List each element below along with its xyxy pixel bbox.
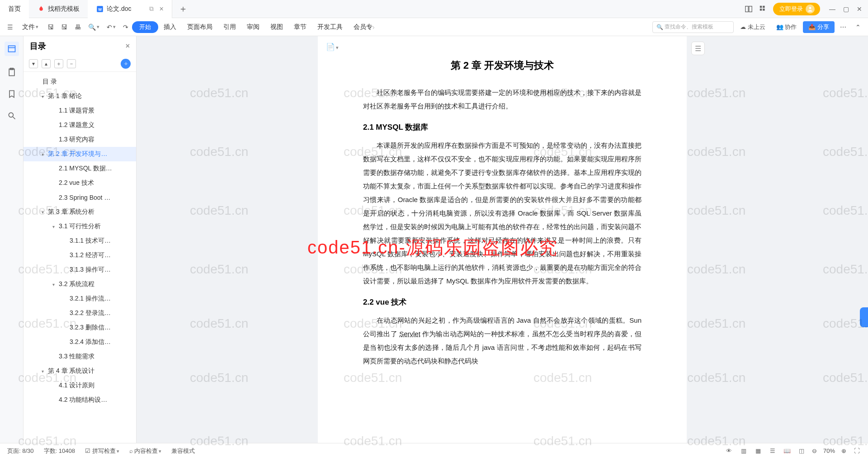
- split-icon[interactable]: ◫: [797, 447, 806, 455]
- login-label: 立即登录: [779, 5, 803, 13]
- outline-item[interactable]: 3.1.1 技术可…: [24, 234, 136, 248]
- close-tab-icon[interactable]: ×: [159, 5, 163, 13]
- outline-item[interactable]: ▾第 4 章 系统设计: [24, 364, 136, 378]
- outline-item[interactable]: 3.1.3 操作可…: [24, 263, 136, 277]
- collapse-all-icon[interactable]: ▾: [29, 59, 38, 68]
- collab-button[interactable]: 👥 协作: [772, 23, 802, 31]
- side-rail: [0, 36, 24, 443]
- outline-item[interactable]: ▾3.1 可行性分析: [24, 219, 136, 234]
- ai-icon[interactable]: ✧: [121, 59, 131, 69]
- search-rail-icon[interactable]: [6, 110, 17, 121]
- side-flag[interactable]: [860, 307, 868, 327]
- web-view-icon[interactable]: ▦: [754, 447, 762, 455]
- outline-item[interactable]: ▾第 2 章 开发环境与…: [24, 147, 136, 161]
- remove-heading-icon[interactable]: －: [67, 59, 76, 68]
- outline-rail-icon[interactable]: [5, 42, 19, 56]
- tab-chapter[interactable]: 章节: [288, 18, 312, 36]
- compat-mode[interactable]: 兼容模式: [171, 447, 195, 455]
- outline-item[interactable]: 3.2.4 添加信…: [24, 335, 136, 349]
- fullscreen-icon[interactable]: ⛶: [853, 447, 861, 455]
- outline-item[interactable]: ▾第 1 章 绪论: [24, 89, 136, 103]
- share-button[interactable]: 📤 分享: [803, 21, 835, 33]
- zoom-out-icon[interactable]: ⊖: [812, 447, 817, 454]
- tab-member[interactable]: 会员专›: [348, 18, 380, 36]
- save-as-icon[interactable]: 🖫: [57, 18, 71, 36]
- close-outline-icon[interactable]: ×: [126, 42, 130, 50]
- preview-icon[interactable]: 🔍▾: [85, 18, 103, 36]
- spell-check[interactable]: ☑ 拼写检查▾: [85, 447, 119, 455]
- content-check[interactable]: ⌕ 内容检查▾: [129, 447, 162, 455]
- people-icon: 👥: [776, 24, 783, 30]
- cloud-status[interactable]: ☁ 未上云: [736, 23, 770, 31]
- tab-home-label: 首页: [8, 5, 21, 13]
- close-window-button[interactable]: ✕: [854, 3, 865, 15]
- clipboard-rail-icon[interactable]: [6, 67, 17, 78]
- title-bar: 首页 找稻壳模板 W 论文.doc ⧉ × ＋ 立即登录 — ▢ ✕: [0, 0, 868, 18]
- bookmark-rail-icon[interactable]: [6, 89, 17, 99]
- outline-item[interactable]: 2.2 vue 技术: [24, 176, 136, 190]
- tab-templates[interactable]: 找稻壳模板: [29, 0, 88, 18]
- outline-item[interactable]: 3.1.2 经济可…: [24, 248, 136, 263]
- page-indicator[interactable]: 页面: 8/30: [7, 447, 34, 455]
- tab-page-layout[interactable]: 页面布局: [182, 18, 218, 36]
- outline-item[interactable]: 3.2.3 删除信…: [24, 320, 136, 335]
- outline-item[interactable]: 1.1 课题背景: [24, 103, 136, 118]
- status-bar: 页面: 8/30 字数: 10408 ☑ 拼写检查▾ ⌕ 内容检查▾ 兼容模式 …: [0, 443, 868, 458]
- tab-document[interactable]: W 论文.doc ⧉ ×: [88, 0, 172, 18]
- word-doc-icon: W: [96, 5, 104, 13]
- svg-text:W: W: [98, 7, 102, 11]
- apps-icon[interactable]: [759, 5, 768, 14]
- outline-view-icon[interactable]: ☰: [769, 447, 777, 455]
- outline-item[interactable]: 2.1 MYSQL 数据…: [24, 161, 136, 176]
- eye-icon[interactable]: 👁: [725, 447, 733, 455]
- outline-item[interactable]: 3.2.1 操作流…: [24, 292, 136, 306]
- document-area[interactable]: 📄▾ ☰ 第 2 章 开发环境与技术 社区养老服务平台的编码实现需要搭建一定的环…: [137, 36, 868, 443]
- outline-item[interactable]: ▾3.2 系统流程: [24, 277, 136, 292]
- new-tab-button[interactable]: ＋: [172, 3, 194, 15]
- outline-item[interactable]: 1.3 研究内容: [24, 132, 136, 147]
- login-button[interactable]: 立即登录: [773, 3, 820, 15]
- svg-rect-9: [8, 46, 15, 52]
- print-icon[interactable]: 🖶: [71, 18, 85, 36]
- expand-all-icon[interactable]: ▴: [42, 59, 51, 68]
- heading-2-2: 2.2 vue 技术: [363, 297, 642, 307]
- redo-icon[interactable]: ↷: [119, 18, 132, 36]
- page-view-icon[interactable]: ▥: [740, 447, 748, 455]
- outline-item[interactable]: 1.2 课题意义: [24, 118, 136, 132]
- add-heading-icon[interactable]: ＋: [54, 59, 63, 68]
- tab-review[interactable]: 审阅: [241, 18, 265, 36]
- outline-item[interactable]: 3.2.2 登录流…: [24, 306, 136, 320]
- page-menu-icon[interactable]: ☰: [691, 42, 705, 55]
- word-count[interactable]: 字数: 10408: [44, 447, 75, 455]
- restore-icon[interactable]: ⧉: [149, 5, 154, 13]
- minimize-button[interactable]: —: [826, 3, 838, 15]
- outline-panel: 目录 × ▾ ▴ ＋ － ✧ 目 录▾第 1 章 绪论1.1 课题背景1.2 课…: [24, 36, 137, 443]
- tab-developer[interactable]: 开发工具: [312, 18, 348, 36]
- outline-item[interactable]: 2.3 Spring Boot …: [24, 190, 136, 205]
- tab-reference[interactable]: 引用: [218, 18, 241, 36]
- tab-view[interactable]: 视图: [265, 18, 288, 36]
- undo-icon[interactable]: ↶▾: [103, 18, 119, 36]
- collapse-ribbon-icon[interactable]: ⌃: [852, 18, 864, 36]
- zoom-level[interactable]: 70%: [823, 447, 835, 454]
- outline-item[interactable]: 3.3 性能需求: [24, 349, 136, 364]
- file-menu[interactable]: 文件▾: [17, 18, 44, 36]
- outline-item[interactable]: 4.2 功能结构设…: [24, 393, 136, 407]
- outline-item[interactable]: ▾第 3 章 系统分析: [24, 205, 136, 219]
- outline-item[interactable]: 4.1 设计原则: [24, 378, 136, 393]
- page-doc-icon[interactable]: 📄▾: [326, 42, 339, 51]
- tab-start[interactable]: 开始: [132, 21, 158, 33]
- tab-home[interactable]: 首页: [0, 0, 29, 18]
- paragraph-2-1: 本课题所开发的应用程序在数据操作方面是不可预知的，是经常变动的，没有办法直接把数…: [363, 139, 642, 288]
- menu-icon[interactable]: ☰: [4, 18, 17, 36]
- save-icon[interactable]: 🖫: [44, 18, 57, 36]
- ribbon-more-icon[interactable]: ⋯: [836, 18, 850, 36]
- command-search[interactable]: 🔍 查找命令、搜索模板: [652, 21, 734, 33]
- layout-icon[interactable]: [744, 5, 753, 14]
- tab-insert[interactable]: 插入: [158, 18, 182, 36]
- check-icon: ☑: [85, 447, 90, 454]
- zoom-in-icon[interactable]: ⊕: [841, 447, 846, 454]
- maximize-button[interactable]: ▢: [840, 3, 852, 15]
- read-view-icon[interactable]: 📖: [783, 447, 791, 455]
- outline-item[interactable]: 目 录: [24, 75, 136, 89]
